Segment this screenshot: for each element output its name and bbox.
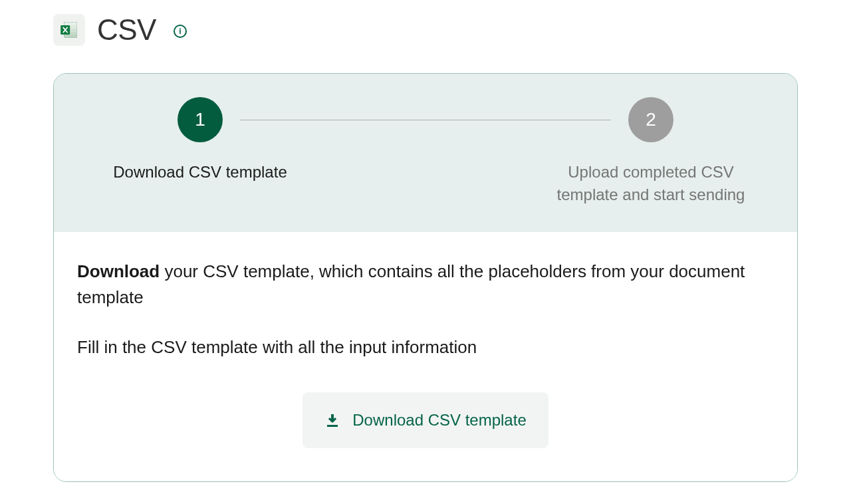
instruction-1: Download your CSV template, which contai…	[77, 259, 774, 311]
page-title: CSV	[97, 13, 156, 47]
download-csv-button[interactable]: Download CSV template	[303, 392, 548, 448]
download-icon	[324, 412, 340, 428]
step-1-label: Download CSV template	[113, 161, 287, 184]
excel-icon	[53, 14, 85, 46]
info-icon[interactable]: i	[174, 25, 187, 38]
content-section: Download your CSV template, which contai…	[54, 232, 797, 481]
step-2-label: Upload completed CSV template and start …	[551, 161, 751, 205]
svg-rect-1	[64, 22, 77, 25]
download-button-label: Download CSV template	[352, 411, 526, 430]
wizard-card: 1 Download CSV template 2 Upload complet…	[53, 73, 798, 482]
instruction-1-rest: your CSV template, which contains all th…	[77, 261, 745, 307]
step-2-circle: 2	[628, 97, 673, 142]
page-header: CSV i	[0, 13, 851, 73]
svg-rect-8	[331, 414, 334, 420]
stepper: 1 Download CSV template 2 Upload complet…	[54, 74, 797, 232]
step-1: 1 Download CSV template	[94, 97, 306, 184]
instruction-1-bold: Download	[77, 261, 160, 281]
step-1-circle: 1	[178, 97, 223, 142]
svg-rect-5	[64, 35, 77, 38]
step-2: 2 Upload completed CSV template and star…	[545, 97, 757, 205]
svg-rect-9	[327, 425, 338, 427]
instruction-2: Fill in the CSV template with all the in…	[77, 334, 774, 360]
